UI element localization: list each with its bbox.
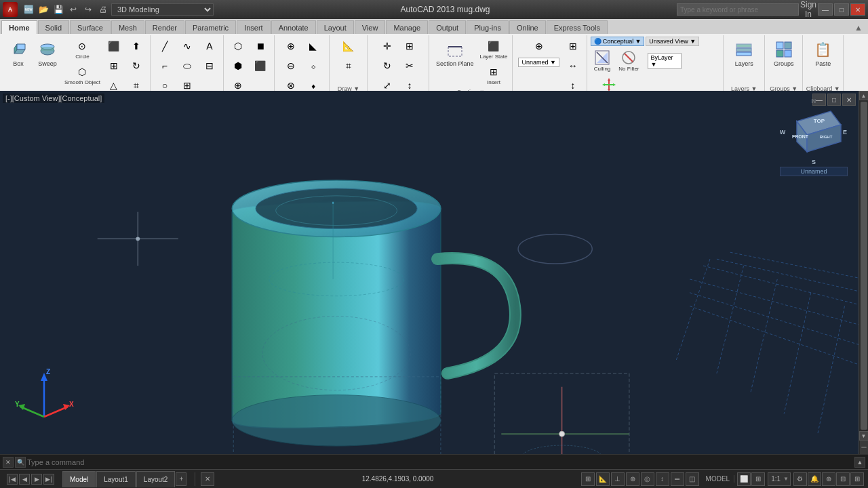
ucs-button[interactable]: ⊕	[516, 37, 561, 56]
tab-view[interactable]: View	[355, 20, 386, 34]
box-button[interactable]: Box	[4, 37, 33, 70]
culling-button[interactable]: Culling	[591, 48, 614, 73]
scroll-thumb[interactable]	[861, 102, 867, 430]
mesh2-button[interactable]: ⬢	[227, 56, 249, 75]
search-input[interactable]	[677, 3, 799, 16]
mesh5-button[interactable]: ⏹	[250, 37, 271, 56]
mesh1-button[interactable]: ⬡	[227, 37, 249, 56]
tab-render[interactable]: Render	[145, 20, 184, 34]
section-plane-button[interactable]: Section Plane	[433, 37, 477, 70]
snap-grid-btn[interactable]: ⊞	[581, 472, 595, 486]
pline-button[interactable]: ⌐	[154, 56, 176, 75]
rotate-button[interactable]: ↻	[376, 56, 398, 75]
viewport-btn2[interactable]: ⊞	[751, 472, 765, 486]
lineweight-btn[interactable]: ═	[671, 472, 684, 486]
circle-button[interactable]: ⊙ Circle	[62, 37, 102, 62]
vp-close-btn[interactable]: ✕	[842, 94, 856, 106]
polar-btn[interactable]: ⊕	[626, 472, 639, 486]
spline-button[interactable]: ∿	[176, 37, 198, 56]
by-layer-button[interactable]: ByLayer ▼	[644, 52, 685, 70]
mesh6-button[interactable]: ⬛	[250, 56, 271, 75]
chamfer-button[interactable]: ◣	[302, 37, 324, 56]
primitive2-button[interactable]: ⊞	[103, 56, 125, 75]
draw2-2-button[interactable]: ⌗	[338, 56, 359, 75]
scroll-up-btn[interactable]: ▲	[859, 91, 869, 100]
qa-undo[interactable]: ↩	[66, 3, 80, 16]
union-button[interactable]: ⊕	[280, 37, 302, 56]
tab-layout2[interactable]: Layout2	[136, 471, 176, 487]
ucs-world-button[interactable]: ⊞	[562, 37, 584, 56]
ellipse-button[interactable]: ⬭	[176, 56, 198, 75]
cmd-close-btn[interactable]: ✕	[3, 457, 14, 468]
status-btn3[interactable]: ⊕	[822, 472, 835, 486]
subtract-button[interactable]: ⊖	[280, 56, 302, 75]
workspace-selector[interactable]: 3D Modeling Drafting & Annotation AutoCA…	[111, 3, 214, 16]
status-btn4[interactable]: ⊟	[836, 472, 850, 486]
tab-solid[interactable]: Solid	[38, 20, 69, 34]
layers-button[interactable]: Layers	[730, 37, 758, 70]
mtext-button[interactable]: A	[199, 37, 220, 56]
tab-prev-btn[interactable]: ◀	[19, 474, 30, 485]
close-tabs-btn[interactable]: ✕	[201, 472, 214, 486]
groups-button[interactable]: Groups	[770, 37, 798, 70]
qa-redo[interactable]: ↪	[81, 3, 95, 16]
ucs-view-button[interactable]: ↔	[562, 56, 584, 75]
by-layer-field[interactable]: ByLayer ▼	[648, 53, 682, 69]
sweep-button[interactable]: Sweep	[33, 37, 62, 70]
navcube-svg[interactable]: N S E W TOP FRONT RIGHT	[780, 98, 848, 165]
status-btn2[interactable]: 🔔	[808, 472, 821, 486]
scroll-down-btn[interactable]: ▼	[859, 431, 869, 441]
osnap-btn[interactable]: ◎	[641, 472, 654, 486]
ucs-name-field[interactable]: Unnamed ▼	[518, 58, 559, 67]
tab-layout1[interactable]: Layout1	[96, 471, 136, 487]
minimize-button[interactable]: —	[818, 3, 833, 16]
line-button[interactable]: ╱	[154, 37, 176, 56]
tab-plugins[interactable]: Plug-ins	[467, 20, 509, 34]
primitive1-button[interactable]: ⬛	[103, 37, 125, 56]
vp-max-btn[interactable]: □	[827, 94, 841, 106]
tab-insert[interactable]: Insert	[237, 20, 271, 34]
cmd-search-btn[interactable]: 🔍	[15, 457, 26, 468]
status-btn1[interactable]: ⚙	[793, 472, 807, 486]
close-button[interactable]: ✕	[850, 3, 865, 16]
snap-btn[interactable]: 📐	[596, 472, 610, 486]
qa-new[interactable]: 🆕	[22, 3, 35, 16]
solid-edit1-button[interactable]: ⬦	[302, 56, 324, 75]
sign-in-button[interactable]: Sign In	[802, 3, 815, 16]
visual-style-button[interactable]: 🔵 Conceptual ▼	[591, 37, 644, 46]
ribbon-minimize-btn[interactable]: ▲	[852, 22, 865, 34]
ucs-named-button[interactable]: Unnamed ▼	[516, 56, 561, 68]
scroll-grip-btn[interactable]	[860, 441, 868, 454]
maximize-button[interactable]: □	[834, 3, 849, 16]
tab-express[interactable]: Express Tools	[547, 20, 608, 34]
tab-surface[interactable]: Surface	[70, 20, 111, 34]
tab-last-btn[interactable]: ▶|	[43, 474, 54, 485]
no-filter-button[interactable]: No Filter	[615, 48, 642, 73]
qa-save[interactable]: 💾	[52, 3, 65, 16]
tab-parametric[interactable]: Parametric	[185, 20, 236, 34]
extrude-button[interactable]: ⬆	[125, 37, 147, 56]
tab-home[interactable]: Home	[1, 20, 37, 34]
array-button[interactable]: ⊞	[399, 37, 420, 56]
qa-print[interactable]: 🖨	[96, 3, 110, 16]
table-button[interactable]: ⊟	[199, 56, 220, 75]
cmd-expand-btn[interactable]: ▲	[854, 457, 865, 468]
vertical-scrollbar[interactable]: ▲ ▼	[859, 91, 868, 454]
tab-first-btn[interactable]: |◀	[7, 474, 18, 485]
layer-state-button[interactable]: ⬛Layer State	[477, 37, 509, 62]
command-input[interactable]	[27, 458, 853, 466]
trim-button[interactable]: ✂	[399, 56, 420, 75]
qa-open[interactable]: 📂	[37, 3, 50, 16]
tab-online[interactable]: Online	[509, 20, 546, 34]
viewport-btn1[interactable]: ⬜	[737, 472, 751, 486]
navcube[interactable]: N S E W TOP FRONT RIGHT Unnamed	[780, 98, 848, 186]
tab-annotate[interactable]: Annotate	[271, 20, 316, 34]
status-btn5[interactable]: ⊞	[850, 472, 864, 486]
draw2-1-button[interactable]: 📐	[338, 37, 359, 56]
smooth-object-button[interactable]: ⬡ Smooth Object	[62, 62, 102, 87]
ortho-btn[interactable]: ⊥	[611, 472, 625, 486]
move-button[interactable]: ✛	[376, 37, 398, 56]
tab-mesh[interactable]: Mesh	[111, 20, 144, 34]
tab-layout[interactable]: Layout	[317, 20, 354, 34]
add-layout-btn[interactable]: +	[176, 472, 186, 486]
